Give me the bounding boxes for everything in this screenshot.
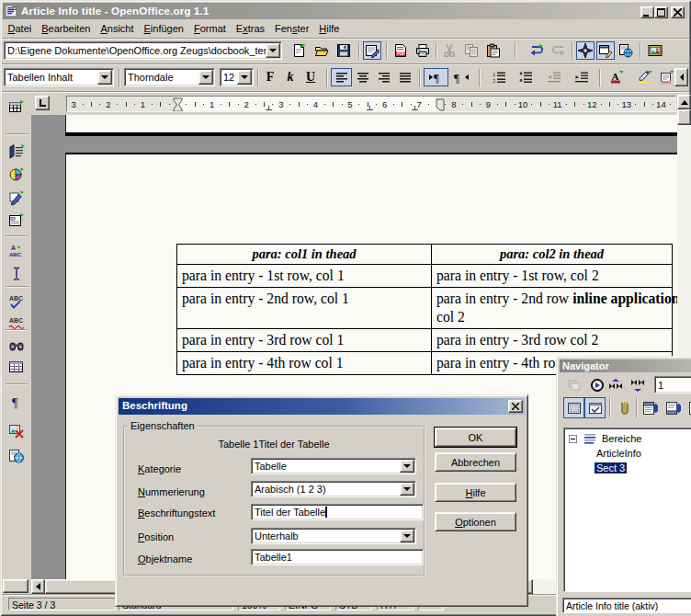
export-pdf-button[interactable]: PDF bbox=[391, 41, 410, 60]
align-center-button[interactable] bbox=[352, 68, 373, 86]
autotext-button[interactable]: AABC bbox=[6, 241, 28, 261]
tab-type-button[interactable] bbox=[35, 96, 50, 110]
save-button[interactable] bbox=[334, 41, 353, 60]
table-cell[interactable]: para in entry - 3rd row col 1 bbox=[177, 329, 432, 352]
edit-file-button[interactable] bbox=[363, 41, 381, 60]
menu-bearbeiten[interactable]: Bearbeiten bbox=[37, 21, 96, 37]
highlighting-button[interactable] bbox=[632, 68, 657, 86]
find-replace-button[interactable] bbox=[6, 337, 28, 357]
graphics-onoff-button[interactable] bbox=[6, 420, 28, 440]
hyperlink-button[interactable] bbox=[617, 41, 635, 60]
draw-functions-button[interactable] bbox=[6, 188, 28, 208]
paragraph-style-combobox[interactable]: Tabellen Inhalt bbox=[4, 68, 114, 86]
menu-fenster[interactable]: Fenster bbox=[270, 21, 314, 37]
table-cell[interactable]: para in entry - 2nd row, col 1 bbox=[177, 288, 432, 329]
table-cell[interactable]: para in entry - 2nd row inline applicati… bbox=[432, 288, 673, 329]
form-functions-button[interactable] bbox=[6, 211, 28, 231]
kategorie-combo[interactable]: Tabelle bbox=[251, 458, 416, 474]
navigator-tree[interactable]: BereicheArticleInfoSect 3 bbox=[563, 428, 691, 592]
font-dropdown-button[interactable] bbox=[198, 70, 213, 85]
objektname-input[interactable]: Tabelle1 bbox=[251, 549, 424, 565]
align-left-button[interactable] bbox=[331, 68, 352, 86]
underline-button[interactable]: U bbox=[301, 68, 320, 86]
direct-cursor-button[interactable] bbox=[6, 264, 28, 284]
position-combo[interactable]: Unterhalb bbox=[251, 528, 416, 544]
cut-button[interactable] bbox=[440, 41, 459, 60]
maximize-button[interactable] bbox=[654, 6, 668, 18]
url-dropdown-button[interactable] bbox=[266, 43, 280, 58]
footer-button[interactable] bbox=[663, 397, 684, 418]
ok-button[interactable]: OK bbox=[435, 428, 516, 447]
minimize-button[interactable] bbox=[640, 6, 654, 18]
url-combobox[interactable]: D:\Eigene Dokumente\OpenOffice.org Zeugs… bbox=[4, 41, 282, 60]
numbered-list-button[interactable]: 12 bbox=[486, 68, 511, 86]
set-reminder-button[interactable] bbox=[616, 397, 634, 418]
copy-button[interactable] bbox=[462, 41, 481, 60]
page-number-spinbox[interactable]: 1 bbox=[654, 376, 691, 394]
scroll-up-button[interactable] bbox=[677, 95, 691, 109]
indent-marker[interactable] bbox=[173, 97, 183, 112]
table-cell[interactable]: para in entry - 3rd row col 2 bbox=[432, 329, 673, 352]
next-button[interactable] bbox=[629, 376, 647, 394]
font-color-button[interactable]: A bbox=[604, 68, 629, 86]
stylist-button[interactable] bbox=[596, 41, 615, 60]
table-header-cell[interactable]: para: col1 in thead bbox=[177, 245, 432, 265]
insert-objects-button[interactable] bbox=[6, 165, 28, 185]
paragraph-background-button[interactable] bbox=[656, 68, 678, 86]
increase-indent-button[interactable] bbox=[569, 68, 594, 86]
dropdown-button[interactable] bbox=[400, 483, 414, 496]
hilfe-button[interactable]: Hilfe bbox=[435, 483, 516, 502]
insert-table-button[interactable] bbox=[6, 97, 28, 118]
horizontal-ruler[interactable]: 3211234567891011121314 bbox=[66, 96, 676, 112]
previous-button[interactable] bbox=[606, 376, 625, 394]
dialog-title-bar[interactable]: Beschriftung bbox=[119, 398, 525, 415]
close-button[interactable] bbox=[671, 6, 685, 18]
tree-item-bereiche[interactable]: Bereiche bbox=[564, 431, 691, 446]
right-indent-marker[interactable] bbox=[436, 98, 445, 112]
table-cell[interactable]: para in entry - 4th row col 1 bbox=[177, 352, 432, 375]
menu-hilfe[interactable]: Hilfe bbox=[314, 21, 345, 37]
italic-button[interactable]: k bbox=[281, 68, 300, 86]
navigator-button[interactable] bbox=[576, 41, 595, 60]
menu-datei[interactable]: Datei bbox=[3, 21, 37, 37]
open-button[interactable] bbox=[312, 41, 331, 60]
redo-button[interactable] bbox=[549, 41, 568, 60]
anchor-text-button[interactable] bbox=[686, 397, 691, 418]
ltr-paragraph-button[interactable]: ¶ bbox=[424, 68, 448, 86]
bullet-list-button[interactable] bbox=[514, 68, 538, 86]
beschriftungstext-input[interactable]: Titel der Tabelle bbox=[251, 504, 424, 520]
table-header-cell[interactable]: para: col2 in thead bbox=[432, 245, 673, 265]
menu-ansicht[interactable]: Ansicht bbox=[96, 21, 139, 37]
menu-extras[interactable]: Extras bbox=[231, 21, 269, 37]
optionen-button[interactable]: Optionen bbox=[435, 512, 516, 531]
dialog-close-button[interactable] bbox=[508, 400, 523, 413]
decrease-indent-button[interactable] bbox=[541, 68, 567, 86]
style-dropdown-button[interactable] bbox=[97, 70, 112, 85]
paste-button[interactable] bbox=[484, 41, 503, 60]
gallery-button[interactable] bbox=[646, 41, 664, 60]
vertical-scroll-thumb[interactable] bbox=[677, 109, 691, 125]
insert-fields-button[interactable] bbox=[6, 142, 28, 162]
tree-expander[interactable] bbox=[569, 435, 577, 443]
menu-format[interactable]: Format bbox=[188, 21, 231, 37]
spellcheck-button[interactable]: ABC bbox=[6, 291, 28, 312]
data-sources-button[interactable] bbox=[6, 357, 28, 377]
size-dropdown-button[interactable] bbox=[237, 70, 252, 85]
tree-item-articleinfo[interactable]: ArticleInfo bbox=[564, 446, 691, 461]
font-size-combobox[interactable]: 12 bbox=[220, 68, 254, 86]
font-name-combobox[interactable]: Thorndale bbox=[124, 68, 215, 86]
bold-button[interactable]: F bbox=[261, 68, 279, 86]
menu-einfgen[interactable]: Einfügen bbox=[139, 21, 188, 37]
online-layout-button[interactable] bbox=[6, 446, 28, 466]
abbrechen-button[interactable]: Abbrechen bbox=[435, 452, 516, 472]
table-cell[interactable]: para in entry - 1st row, col 2 bbox=[432, 265, 673, 288]
navigation-button[interactable] bbox=[588, 376, 606, 394]
toggle-view-button[interactable] bbox=[565, 376, 583, 394]
new-document-button[interactable] bbox=[290, 41, 309, 60]
list-box-onoff-button[interactable] bbox=[563, 397, 584, 418]
dropdown-button[interactable] bbox=[400, 460, 414, 473]
navigator-title-bar[interactable]: Navigator bbox=[560, 359, 691, 372]
dropdown-button[interactable] bbox=[400, 530, 414, 542]
print-button[interactable] bbox=[413, 41, 432, 60]
align-right-button[interactable] bbox=[373, 68, 394, 86]
